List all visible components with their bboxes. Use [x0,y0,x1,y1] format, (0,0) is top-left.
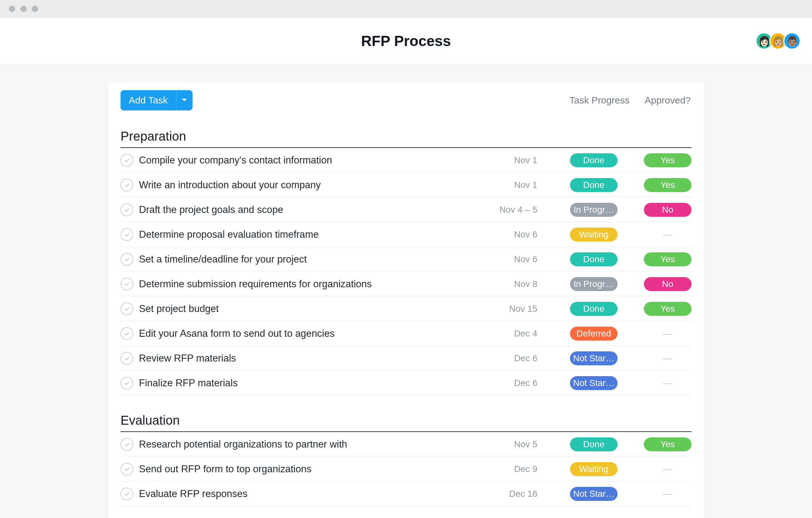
task-progress-cell[interactable]: Done [549,178,638,192]
complete-task-check-icon[interactable] [120,154,133,167]
complete-task-check-icon[interactable] [120,327,133,340]
task-title[interactable]: Determine submission requirements for or… [139,278,481,290]
task-date[interactable]: Dec 16 [487,489,544,499]
task-approved-cell[interactable]: No [644,203,692,217]
task-title[interactable]: Research potential organizations to part… [139,439,481,450]
approved-pill[interactable]: No [644,203,692,217]
task-date[interactable]: Nov 4 – 5 [487,205,544,215]
task-approved-cell[interactable]: Yes [644,437,692,451]
table-row[interactable]: Set a timeline/deadline for your project… [120,247,692,272]
task-approved-cell[interactable]: — [644,353,692,364]
window-dot-max-icon[interactable] [32,6,38,12]
task-approved-cell[interactable]: Yes [644,302,692,316]
task-date[interactable]: Nov 1 [487,155,544,165]
task-approved-cell[interactable]: Yes [644,178,692,192]
task-title[interactable]: Compile your company's contact informati… [139,155,481,166]
task-progress-cell[interactable]: In Progr… [549,277,638,291]
progress-pill[interactable]: Done [570,153,617,167]
progress-pill[interactable]: In Progr… [570,203,617,217]
task-progress-cell[interactable]: Deferred [549,327,638,340]
add-task-button[interactable]: Add Task [120,90,176,110]
task-title[interactable]: Review RFP materials [139,353,481,364]
task-date[interactable]: Dec 6 [487,353,544,363]
add-task-dropdown-button[interactable] [176,90,193,110]
complete-task-check-icon[interactable] [120,463,133,475]
progress-pill[interactable]: Done [570,252,617,266]
complete-task-check-icon[interactable] [120,203,133,216]
avatar[interactable]: 👨🏽 [783,32,801,50]
complete-task-check-icon[interactable] [120,488,133,500]
task-date[interactable]: Nov 6 [487,229,544,240]
approved-pill[interactable]: Yes [644,153,692,167]
complete-task-check-icon[interactable] [120,179,133,191]
complete-task-check-icon[interactable] [120,278,133,291]
task-date[interactable]: Dec 9 [487,464,544,474]
progress-pill[interactable]: Not Star… [570,487,617,501]
task-progress-cell[interactable]: In Progr… [549,203,638,217]
table-row[interactable]: Evaluate RFP responsesDec 16Not Star…— [120,482,692,506]
task-approved-cell[interactable]: — [644,464,692,474]
progress-pill[interactable]: Not Star… [570,351,617,365]
task-title[interactable]: Send out RFP form to top organizations [139,463,481,475]
task-progress-cell[interactable]: Not Star… [549,351,638,365]
task-date[interactable]: Nov 5 [487,439,544,449]
table-row[interactable]: Determine submission requirements for or… [120,272,692,296]
task-title[interactable]: Evaluate RFP responses [139,488,481,499]
approved-pill[interactable]: Yes [644,178,692,192]
progress-pill[interactable]: Done [570,437,617,451]
progress-pill[interactable]: In Progr… [570,277,617,291]
progress-pill[interactable]: Waiting [570,462,617,476]
progress-pill[interactable]: Done [570,302,617,316]
task-title[interactable]: Determine proposal evaluation timeframe [139,229,481,240]
task-progress-cell[interactable]: Done [549,153,638,167]
task-progress-cell[interactable]: Done [549,437,638,451]
table-row[interactable]: Determine proposal evaluation timeframeN… [120,222,692,247]
task-approved-cell[interactable]: — [644,328,692,339]
task-title[interactable]: Write an introduction about your company [139,179,481,191]
complete-task-check-icon[interactable] [120,438,133,451]
task-title[interactable]: Edit your Asana form to send out to agen… [139,328,481,339]
progress-pill[interactable]: Deferred [570,327,617,340]
task-progress-cell[interactable]: Done [549,252,638,266]
task-approved-cell[interactable]: — [644,229,692,240]
complete-task-check-icon[interactable] [120,228,133,241]
complete-task-check-icon[interactable] [120,253,133,266]
progress-pill[interactable]: Done [570,178,617,192]
table-row[interactable]: Review RFP materialsDec 6Not Star…— [120,346,692,371]
table-row[interactable]: Send out RFP form to top organizationsDe… [120,457,692,482]
task-date[interactable]: Nov 15 [487,304,544,314]
window-dot-close-icon[interactable] [9,6,15,12]
table-row[interactable]: Set project budgetNov 15DoneYes [120,296,692,321]
task-title[interactable]: Finalize RFP materials [139,377,481,389]
table-row[interactable]: Research potential organizations to part… [120,432,692,457]
task-approved-cell[interactable]: Yes [644,252,692,266]
approved-pill[interactable]: No [644,277,692,291]
task-progress-cell[interactable]: Done [549,302,638,316]
task-progress-cell[interactable]: Not Star… [549,487,638,501]
table-row[interactable]: Write an introduction about your company… [120,173,692,197]
task-title[interactable]: Set project budget [139,303,481,315]
task-date[interactable]: Dec 4 [487,328,544,339]
complete-task-check-icon[interactable] [120,352,133,365]
table-row[interactable]: Draft the project goals and scopeNov 4 –… [120,197,692,222]
task-approved-cell[interactable]: No [644,277,692,291]
table-row[interactable]: Edit your Asana form to send out to agen… [120,321,692,346]
task-date[interactable]: Nov 6 [487,254,544,264]
approved-pill[interactable]: Yes [644,302,692,316]
complete-task-check-icon[interactable] [120,377,133,389]
complete-task-check-icon[interactable] [120,302,133,315]
progress-pill[interactable]: Waiting [570,227,617,242]
progress-pill[interactable]: Not Star… [570,376,617,390]
task-title[interactable]: Draft the project goals and scope [139,204,481,216]
table-row[interactable]: Compile your company's contact informati… [120,148,692,173]
task-approved-cell[interactable]: — [644,489,692,499]
task-title[interactable]: Set a timeline/deadline for your project [139,254,481,265]
task-approved-cell[interactable]: Yes [644,153,692,167]
avatar-stack[interactable]: 👩🏻👩🏼👨🏽 [756,32,801,50]
task-date[interactable]: Dec 6 [487,378,544,388]
table-row[interactable]: Finalize RFP materialsDec 6Not Star…— [120,371,692,396]
task-date[interactable]: Nov 1 [487,180,544,190]
approved-pill[interactable]: Yes [644,437,692,451]
task-approved-cell[interactable]: — [644,378,692,388]
task-progress-cell[interactable]: Not Star… [549,376,638,390]
